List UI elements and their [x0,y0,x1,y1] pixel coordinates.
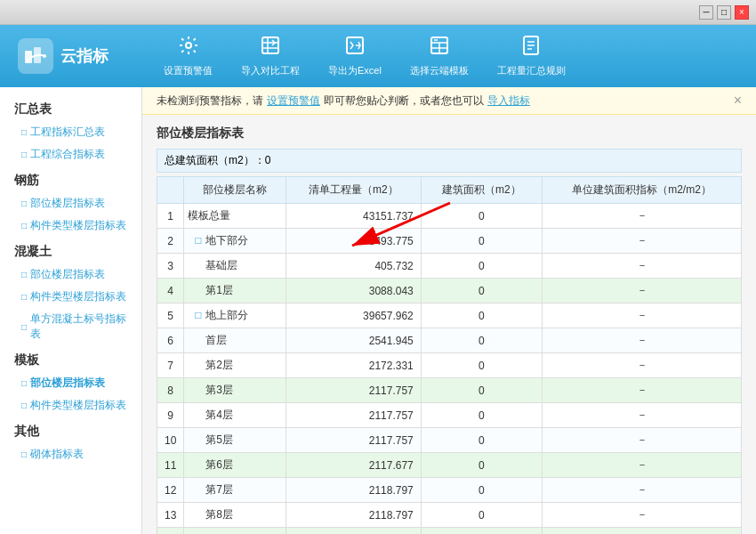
row-index: － [543,254,742,279]
sidebar-item-concrete-floor[interactable]: 部位楼层指标表 [0,263,141,286]
svg-rect-4 [262,37,278,53]
row-area: 0 [421,254,542,279]
row-num: 6 [157,328,184,353]
row-qty: 2117.757 [286,403,422,428]
table-row: 10 第5层 2117.757 0 － [157,428,742,453]
row-name: 第1层 [184,279,286,303]
row-num: 7 [157,353,184,378]
row-num: 4 [157,279,184,303]
row-area: 0 [421,229,542,254]
row-num: 5 [157,303,184,328]
row-num: 8 [157,378,184,403]
project-summary-button[interactable]: 工程量汇总规则 [487,29,576,83]
sidebar-item-formwork-component[interactable]: 构件类型楼层指标表 [0,394,141,417]
row-index: － [543,528,742,535]
table-row: 13 第8层 2118.797 0 － [157,503,742,528]
col-name-header: 部位楼层名称 [184,177,286,204]
row-num: 12 [157,478,184,503]
section-title-other: 其他 [0,417,141,443]
alert-close-button[interactable]: × [734,93,742,109]
section-title-concrete: 混凝土 [0,237,141,263]
alert-link-import[interactable]: 导入指标 [487,93,530,109]
excel-icon [344,35,366,61]
window-controls[interactable]: ─ □ × [699,5,749,20]
table-row: 5 □地上部分 39657.962 0 － [157,303,742,328]
row-num: 3 [157,254,184,279]
row-index: － [543,378,742,403]
row-area: 0 [421,353,542,378]
row-qty: 2117.757 [286,428,422,453]
col-index-header: 单位建筑面积指标（m2/m2） [543,177,742,204]
table-row: 7 第2层 2172.331 0 － [157,353,742,378]
row-name: 第5层 [184,428,286,453]
row-qty: 2118.797 [286,528,422,535]
section-title-steel: 钢筋 [0,166,141,192]
table-row: 12 第7层 2118.797 0 － [157,478,742,503]
alert-link-set-warning[interactable]: 设置预警值 [267,93,320,109]
table-header-row: 部位楼层名称 清单工程量（m2） 建筑面积（m2） 单位建筑面积指标（m2/m2… [157,177,742,204]
row-index: － [543,503,742,528]
row-qty: 3493.775 [286,229,422,254]
row-qty: 2118.797 [286,503,422,528]
row-name: 第8层 [184,503,286,528]
row-index: － [543,428,742,453]
table-row: 1 模板总量 43151.737 0 － [157,204,742,229]
alert-middle: 即可帮您贴心判断，或者您也可以 [324,93,484,109]
sidebar-item-concrete-grade[interactable]: 单方混凝土标号指标表 [0,308,141,345]
summary-icon [520,35,542,61]
row-qty: 2172.331 [286,353,422,378]
row-name: 第7层 [184,478,286,503]
main-layout: 汇总表 工程指标汇总表 工程综合指标表 钢筋 部位楼层指标表 构件类型楼层指标表… [0,87,756,534]
sidebar-item-project-comprehensive[interactable]: 工程综合指标表 [0,143,141,166]
row-name: 第4层 [184,403,286,428]
svg-point-3 [186,43,191,48]
row-index: － [543,279,742,303]
row-area: 0 [421,204,542,229]
import-icon [260,35,281,61]
titlebar: ─ □ × [0,0,756,25]
row-name: 第3层 [184,378,286,403]
table-row: 2 □地下部分 3493.775 0 － [157,229,742,254]
row-name: □地上部分 [184,303,286,328]
row-name: 第6层 [184,453,286,478]
row-area: 0 [421,478,542,503]
close-button[interactable]: × [735,5,749,20]
row-area: 0 [421,528,542,535]
table-area: 部位楼层指标表 总建筑面积（m2）：0 部位楼层名称 清单工程量（m2） 建筑面… [142,115,756,534]
sidebar: 汇总表 工程指标汇总表 工程综合指标表 钢筋 部位楼层指标表 构件类型楼层指标表… [0,87,142,534]
row-num: 1 [157,204,184,229]
gear-icon [178,35,199,61]
row-name: 首层 [184,328,286,353]
sidebar-item-concrete-component[interactable]: 构件类型楼层指标表 [0,286,141,308]
row-name: 第2层 [184,353,286,378]
row-index: － [543,303,742,328]
import-compare-button[interactable]: 导入对比工程 [230,29,310,83]
sidebar-item-formwork-floor[interactable]: 部位楼层指标表 [0,372,141,394]
row-num: 10 [157,428,184,453]
row-num: 14 [157,528,184,535]
select-template-button[interactable]: 选择云端模板 [399,29,479,83]
row-qty: 2117.757 [286,378,422,403]
table-row: 6 首层 2541.945 0 － [157,328,742,353]
sidebar-item-masonry[interactable]: 砌体指标表 [0,443,141,465]
set-warning-label: 设置预警值 [164,64,213,77]
sidebar-item-steel-component[interactable]: 构件类型楼层指标表 [0,214,141,237]
export-excel-button[interactable]: 导出为Excel [318,29,392,83]
svg-point-2 [43,54,46,58]
set-warning-button[interactable]: 设置预警值 [153,29,223,83]
table-row: 4 第1层 3088.043 0 － [157,279,742,303]
section-title-summary: 汇总表 [0,94,141,121]
row-num: 2 [157,229,184,254]
sidebar-section-summary: 汇总表 工程指标汇总表 工程综合指标表 [0,94,141,166]
row-area: 0 [421,428,542,453]
maximize-button[interactable]: □ [717,5,731,20]
minimize-button[interactable]: ─ [699,5,713,20]
row-index: － [543,204,742,229]
row-index: － [543,478,742,503]
row-index: － [543,453,742,478]
row-num: 13 [157,503,184,528]
row-qty: 2118.797 [286,478,422,503]
sidebar-item-project-index[interactable]: 工程指标汇总表 [0,121,141,143]
row-index: － [543,328,742,353]
sidebar-item-steel-floor[interactable]: 部位楼层指标表 [0,192,141,214]
